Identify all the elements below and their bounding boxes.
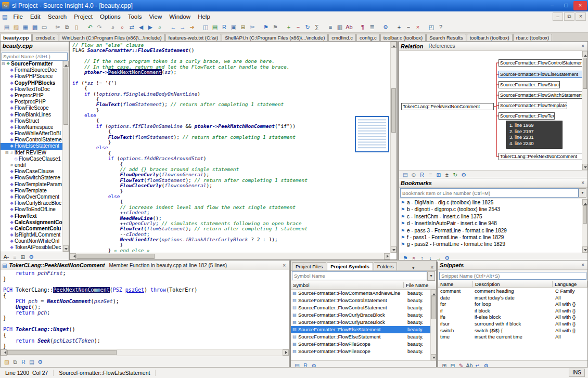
window-split-icon[interactable]: ◰ [427,23,436,31]
code-area[interactable]: // Flow an "else" clauseFLAG SourceForma… [70,42,390,253]
relation-source-node[interactable]: TokerCLang::PeekNextNonComment [401,103,494,110]
expander-icon[interactable]: ⊟ [1,61,5,67]
refresh-icon[interactable]: ↻ [452,171,459,178]
file-tab[interactable]: toolbar.c (toolbox) [380,34,426,41]
relation-scrollbar[interactable] [582,51,587,170]
symbol-tree-item[interactable]: ◆ IsRightMLComment [1,232,62,238]
go-back-icon[interactable]: ← [169,23,177,31]
paste-icon[interactable]: ▯ [72,23,81,31]
symbol-tree-item[interactable]: ◆ CopyPHPBlocks [1,80,62,86]
add-file-icon[interactable]: + [285,23,293,31]
symbol-row[interactable]: ▤ SourceFormatter::FlowCommentsAndNewLin… [291,290,436,297]
new-file-icon[interactable]: ▤ [3,23,11,31]
close-icon[interactable]: × [580,262,586,268]
context-horizontal-scrollbar[interactable] [1,349,289,356]
scroll-up-icon[interactable] [582,51,587,57]
menu-item[interactable]: Window [165,12,194,21]
group-by-type-icon[interactable]: ≡ [11,253,18,260]
symbol-tree-item[interactable]: ◆ FlowOverComment [1,194,62,200]
bookmark-item[interactable]: ⚑e - pass 3 - FormatLine - format.c line… [399,227,587,234]
contents-window-icon[interactable]: ▤ [211,23,219,31]
relation-target-node[interactable]: SourceFormatter::FlowText [498,112,555,120]
stop-icon[interactable]: × [414,23,422,31]
bookmark-list-icon[interactable]: ⚑ [271,23,279,31]
symbol-tree-item[interactable]: ◆ CountNonWhiteOnl [1,238,62,244]
replace-icon[interactable]: ⇄ [127,23,136,31]
symbol-row[interactable]: ▤ SourceFormatter::FlowElseStatement bea… [291,326,436,333]
symbol-tree-item[interactable]: # endif [1,162,62,168]
remove-file-icon[interactable]: − [294,23,302,31]
synchronize-files-icon[interactable]: ↻ [303,23,312,31]
relation-target-node[interactable]: TokerCLang::PeekNextNonComment [498,153,587,160]
symbol-tree-item[interactable]: ◆ CalcCommentColu [1,226,62,232]
project-list-scrollbar[interactable] [430,290,436,360]
context-window-icon[interactable]: ▣ [229,23,238,31]
project-report-icon[interactable]: ∑ [313,23,321,31]
scroll-down-icon[interactable] [431,354,436,360]
undo-icon[interactable]: ↶ [86,23,94,31]
snippet-row[interactable]: ife if-else block All with {} [438,314,587,321]
relation-target-node[interactable]: SourceFormatter::FlowSwitchStatement [498,92,587,99]
symbol-tree-item[interactable]: ◆ FlowWhileAfterDoBl [1,131,62,137]
list-view-icon[interactable]: ⊞ [19,253,27,260]
browse-project-icon[interactable]: ▥ [336,23,344,31]
settings-gear-icon[interactable]: ⚙ [28,253,35,260]
snippet-row[interactable]: if if block All with {} [438,308,587,315]
toggle-bookmark-icon[interactable]: ⚑ [262,23,270,31]
symbol-tree-item[interactable]: ◆ PreprocPHP [1,93,62,99]
scroll-up-icon[interactable] [63,61,69,67]
dropdown-arrow-icon[interactable]: ▾ [579,188,586,198]
column-header-description[interactable]: Description [473,281,553,287]
scroll-right-icon[interactable] [384,253,390,259]
symbol-tree-item[interactable]: ⊟ ❖ SourceFormatter [1,61,62,67]
snippet-row[interactable]: comment comment heading C Family [438,288,587,295]
symbol-tree-item[interactable]: ◆ FlowText [1,213,62,219]
clip-window-icon[interactable]: ✂ [248,23,257,31]
symbol-tree-item[interactable]: ◆ FlowPHPSource [1,73,62,80]
snippet-row[interactable]: for for loop All with {} [438,301,587,308]
open-file-icon[interactable]: ▨ [12,23,20,31]
copy-icon[interactable]: ⧉ [63,23,71,31]
context-code[interactable]: return pchFirst;}PCH TokerCLang::PeekNex… [1,270,289,349]
style-properties-icon[interactable]: ¶ [359,23,367,31]
file-tab[interactable]: beauty.cpp [0,34,32,41]
column-header-filename[interactable]: File Name [404,282,436,288]
snippet-row[interactable]: switch switch ($i$) { All with {} [438,328,587,334]
scrollbar-thumb[interactable] [76,254,155,259]
scrollbar-thumb[interactable] [63,68,68,125]
snippet-name-input[interactable] [439,272,586,280]
symbol-tree-item[interactable]: ◆ PostprocPHP [1,99,62,105]
relation-target-node[interactable]: SourceFormatter::FlowControlStatemen [498,59,586,67]
lookup-references-icon[interactable]: ≡ [326,23,335,31]
relation-window-icon[interactable]: R [220,23,228,31]
incremental-search-icon[interactable]: ⌕ [156,23,164,31]
copy-icon[interactable]: ⧉ [11,358,19,366]
menu-item[interactable]: Help [194,12,214,21]
project-panel-tab[interactable]: Folders [374,262,398,270]
menu-item[interactable]: Options [96,12,124,21]
symbol-tree-item[interactable]: ◆ FlowCurlyBraceBloc [1,200,62,206]
symbol-row[interactable]: ▤ SourceFormatter::FlowControlStatement … [291,297,436,304]
symbol-tree-scrollbar[interactable] [62,61,69,252]
chevron-down-icon[interactable]: ▾ [411,266,416,270]
column-header-language[interactable]: Language [553,281,587,287]
scroll-down-icon[interactable] [63,245,69,252]
symbol-tree-item[interactable]: ◆ FormatSourceDoc [1,67,62,73]
relation-target-node[interactable]: SourceFormatter::FlowTemplate [498,102,567,109]
symbol-row[interactable]: ▤ SourceFormatter::FlowCurlyBraceBlock b… [291,311,436,319]
symbol-row[interactable]: ▤ SourceFormatter::FlowFileScope beauty. [291,341,436,348]
file-tab[interactable]: features-web.txt (C:\si) [165,34,222,41]
relation-icon[interactable]: R [20,358,27,366]
bookmark-item[interactable]: ⚑g - pass2 - FormatLine - format.c line … [399,241,587,247]
snippet-row[interactable]: ifsur surround with if block All with {} [438,321,587,328]
symbol-tree-item[interactable]: ⊟ # ifdef REVIEW [1,150,62,156]
symbol-tree-item[interactable]: ◆ FlowControlStateme [1,137,62,143]
project-symbol-input[interactable] [292,271,427,280]
options-icon[interactable]: ⚙ [381,23,390,31]
search-backward-icon[interactable]: ◀ [137,23,145,31]
scroll-left-icon[interactable] [1,349,7,356]
bookmark-search-input[interactable] [400,188,579,198]
symbol-row[interactable]: ▤ SourceFormatter::FlowControlStatement … [291,304,436,311]
scrollbar-thumb[interactable] [583,58,587,89]
symbol-tree-item[interactable]: ◆ FlowTemplateParam [1,181,62,188]
